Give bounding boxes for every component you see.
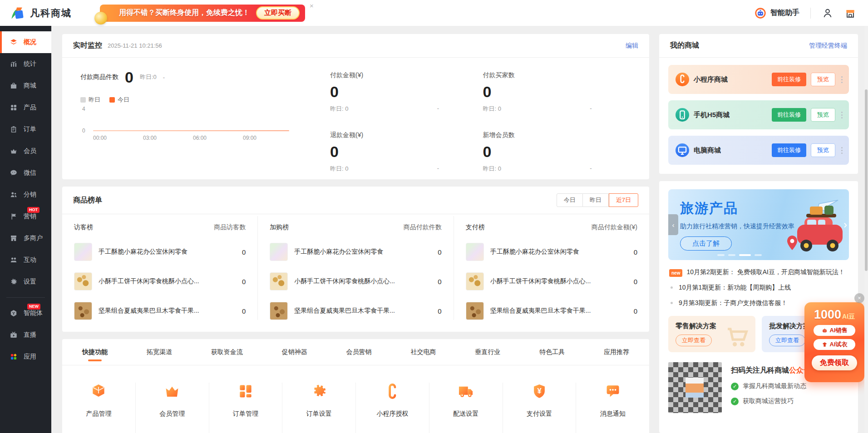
product-row[interactable]: 坚果组合夏威夷果巴旦木零食干果...0 bbox=[74, 302, 246, 320]
carousel-dot[interactable] bbox=[717, 254, 725, 256]
action-member-management[interactable]: 会员管理 bbox=[135, 383, 209, 433]
sidebar-item-product[interactable]: 产品 bbox=[0, 97, 51, 118]
travel-product-banner[interactable]: 旅游产品 助力旅行社精准营销，快速提升经营效率 点击了解 bbox=[668, 189, 849, 260]
widget-close-icon[interactable]: × bbox=[854, 293, 864, 303]
more-options-icon[interactable] bbox=[839, 110, 844, 120]
action-payment-settings[interactable]: ¥ 支付设置 bbox=[503, 383, 576, 433]
tab-today[interactable]: 今日 bbox=[557, 193, 583, 207]
sidebar-item-apps[interactable]: 应用 bbox=[0, 346, 51, 368]
scrollbar-thumb[interactable] bbox=[865, 89, 868, 271]
carousel-dot[interactable] bbox=[728, 254, 735, 256]
monitor-body: 付款商品件数 0 昨日:0 - 昨日 今日 4 0 bbox=[62, 58, 649, 179]
view-now-button[interactable]: 立即查看 bbox=[769, 335, 805, 346]
tab-vertical-industry[interactable]: 垂直行业 bbox=[475, 339, 500, 365]
ai-sales-pill[interactable]: AI销售 bbox=[814, 325, 855, 336]
tab-cash-flow[interactable]: 获取资金流 bbox=[211, 339, 243, 365]
banner-cta-button[interactable]: 点击了解 bbox=[680, 236, 732, 251]
decorate-button[interactable]: 前往装修 bbox=[772, 108, 806, 122]
news-item[interactable]: new 10月第2期更新： 免费领取AI豆，开启商城智能新玩法！ bbox=[669, 267, 848, 277]
sidebar-item-stats[interactable]: 统计 bbox=[0, 53, 51, 75]
carousel-dot-active[interactable] bbox=[739, 254, 751, 256]
sidebar-item-member[interactable]: 会员 bbox=[0, 140, 51, 162]
store-icon[interactable] bbox=[844, 7, 856, 19]
qr-title: 扫码关注凡科商城公众号 bbox=[731, 366, 811, 375]
action-product-management[interactable]: 产品管理 bbox=[62, 383, 135, 433]
action-order-management[interactable]: 订单管理 bbox=[209, 383, 282, 433]
preview-button[interactable]: 预览 bbox=[811, 143, 835, 157]
tab-promotion-tools[interactable]: 促销神器 bbox=[282, 339, 307, 365]
product-row[interactable]: 小酥手工饼干休闲零食桃酥小点心...0 bbox=[466, 272, 637, 290]
product-value: 0 bbox=[634, 248, 637, 256]
carousel-next-arrow[interactable]: › bbox=[843, 218, 847, 231]
h5-mall-row[interactable]: 手机H5商城 前往装修 预览 bbox=[668, 100, 849, 129]
tab-last7days[interactable]: 近7日 bbox=[609, 193, 638, 207]
ai-fitting-pill[interactable]: AI试衣 bbox=[814, 339, 855, 350]
monitor-chart-block: 付款商品件数 0 昨日:0 - 昨日 今日 4 0 bbox=[80, 69, 294, 173]
action-order-settings[interactable]: 订单设置 bbox=[282, 383, 355, 433]
tab-expand-channels[interactable]: 拓宽渠道 bbox=[147, 339, 172, 365]
sidebar-item-live[interactable]: 直播 bbox=[0, 324, 51, 346]
product-row[interactable]: 手工酥脆小麻花办公室休闲零食0 bbox=[270, 243, 441, 261]
tab-app-recommend[interactable]: 应用推荐 bbox=[604, 339, 629, 365]
decorate-button[interactable]: 前往装修 bbox=[772, 143, 806, 157]
product-row[interactable]: 手工酥脆小麻花办公室休闲零食0 bbox=[466, 243, 637, 261]
sidebar-item-interaction[interactable]: 互动 bbox=[0, 249, 51, 271]
stat-yesterday: 昨日: 0 bbox=[483, 165, 501, 173]
product-name: 手工酥脆小麻花办公室休闲零食 bbox=[490, 248, 628, 256]
tab-special-tools[interactable]: 特色工具 bbox=[539, 339, 565, 365]
sidebar-item-distribution[interactable]: 分销 bbox=[0, 184, 51, 206]
sidebar-item-marketing[interactable]: 营销 HOT bbox=[0, 206, 51, 227]
decorate-button[interactable]: 前往装修 bbox=[772, 73, 806, 86]
stat-grid: 付款金额(¥) 0 昨日: 0- 付款买家数 0 昨日: 0- 退款金额(¥) bbox=[294, 69, 636, 173]
pc-mall-row[interactable]: 电脑商城 前往装修 预览 bbox=[668, 136, 849, 165]
tab-quick-functions[interactable]: 快捷功能 bbox=[82, 339, 108, 365]
account-icon[interactable] bbox=[822, 7, 833, 19]
sidebar-item-overview[interactable]: 概况 bbox=[0, 31, 51, 53]
product-row[interactable]: 小酥手工饼干休闲零食桃酥小点心...0 bbox=[270, 272, 441, 290]
edit-link[interactable]: 编辑 bbox=[626, 42, 638, 50]
ai-beans-widget[interactable]: × 1000 AI豆 AI销售 AI试衣 免费领取 bbox=[804, 302, 864, 382]
action-delivery-settings[interactable]: 配送设置 bbox=[429, 383, 503, 433]
mall-name: 手机H5商城 bbox=[694, 111, 772, 119]
miniprogram-mall-row[interactable]: 小程序商城 前往装修 预览 bbox=[668, 65, 849, 94]
sidebar-item-wechat[interactable]: 微信 bbox=[0, 162, 51, 184]
action-message-notify[interactable]: 消息通知 bbox=[576, 383, 649, 433]
promo-banner[interactable]: 用得不错？买断终身使用，免续费之忧！ 立即买断 bbox=[100, 5, 305, 22]
settings-icon bbox=[10, 278, 18, 286]
stat-yesterday: 昨日: 0 bbox=[330, 165, 348, 173]
action-miniprogram-auth[interactable]: 小程序授权 bbox=[355, 383, 429, 433]
tab-social-ecommerce[interactable]: 社交电商 bbox=[410, 339, 436, 365]
manage-terminals-link[interactable]: 管理经营终端 bbox=[809, 42, 847, 50]
more-options-icon[interactable] bbox=[839, 74, 844, 85]
sidebar-item-settings[interactable]: 设置 bbox=[0, 271, 51, 293]
retail-solution-card[interactable]: 零售解决方案 立即查看 bbox=[668, 316, 755, 352]
legend-today: 今日 bbox=[109, 96, 129, 104]
more-options-icon[interactable] bbox=[839, 145, 844, 156]
product-row[interactable]: 手工酥脆小麻花办公室休闲零食0 bbox=[74, 243, 246, 261]
promo-close-icon[interactable]: × bbox=[310, 2, 314, 10]
product-name: 坚果组合夏威夷果巴旦木零食干果... bbox=[490, 307, 628, 315]
carousel-dot[interactable] bbox=[755, 254, 762, 256]
app-logo[interactable]: 凡科商城 bbox=[9, 5, 72, 21]
sidebar-item-multimerchant[interactable]: 多商户 bbox=[0, 227, 51, 249]
sidebar-item-mall[interactable]: 商城 bbox=[0, 75, 51, 97]
legend-swatch-gray bbox=[80, 97, 86, 103]
news-item[interactable]: 10月第1期更新：新功能【周期购】上线 bbox=[669, 283, 848, 292]
free-claim-button[interactable]: 免费领取 bbox=[812, 355, 857, 370]
product-row[interactable]: 小酥手工饼干休闲零食桃酥小点心...0 bbox=[74, 272, 246, 290]
carousel-prev-arrow[interactable]: ‹ bbox=[668, 214, 678, 235]
ai-assistant-button[interactable]: 智能助手 bbox=[754, 7, 799, 20]
action-label: 配送设置 bbox=[453, 410, 478, 418]
tab-yesterday[interactable]: 昨日 bbox=[583, 193, 609, 207]
tab-member-marketing[interactable]: 会员营销 bbox=[346, 339, 372, 365]
y-axis-tick-max: 4 bbox=[82, 106, 85, 112]
sidebar-item-order[interactable]: 订单 bbox=[0, 118, 51, 140]
product-row[interactable]: 坚果组合夏威夷果巴旦木零食干果...0 bbox=[466, 302, 637, 320]
product-row[interactable]: 坚果组合夏威夷果巴旦木零食干果...0 bbox=[270, 302, 441, 320]
preview-button[interactable]: 预览 bbox=[811, 108, 835, 122]
sidebar-item-agent[interactable]: 智能体 NEW bbox=[0, 302, 51, 324]
buyout-button[interactable]: 立即买断 bbox=[256, 6, 300, 20]
preview-button[interactable]: 预览 bbox=[811, 73, 835, 86]
overview-icon bbox=[10, 38, 18, 46]
view-now-button[interactable]: 立即查看 bbox=[676, 335, 712, 346]
